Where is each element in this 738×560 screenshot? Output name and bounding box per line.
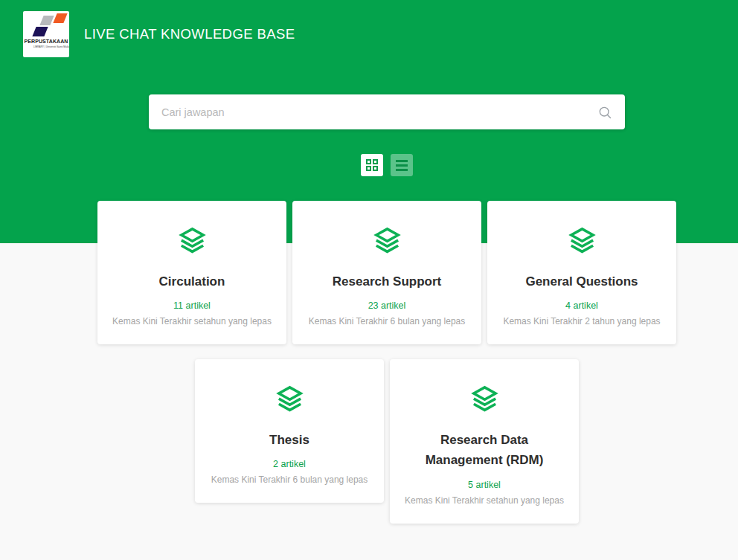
layers-icon [276, 384, 304, 412]
category-count: 4 artikel [499, 300, 664, 311]
search-input[interactable] [161, 106, 597, 118]
search-icon [597, 105, 612, 120]
layers-icon [373, 226, 401, 254]
logo-text: PERPUSTAKAAN [23, 39, 69, 44]
category-card-thesis[interactable]: Thesis 2 artikel Kemas Kini Terakhir 6 b… [195, 359, 384, 503]
category-title: Research Data Management (RDM) [402, 430, 567, 470]
layers-icon [471, 384, 498, 412]
category-card-research-support[interactable]: Research Support 23 artikel Kemas Kini T… [292, 201, 481, 344]
search-button[interactable] [597, 105, 612, 120]
header-bar: PERPUSTAKAAN LIBRARY | Universiti Sains … [0, 0, 738, 57]
category-updated: Kemas Kini Terakhir 6 bulan yang lepas [304, 316, 469, 326]
category-count: 11 artikel [109, 300, 275, 311]
grid-view-button[interactable] [361, 154, 383, 176]
logo-subtext: LIBRARY | Universiti Sains Malaysia [33, 45, 59, 48]
list-view-button[interactable] [391, 154, 413, 176]
category-count: 2 artikel [207, 459, 372, 469]
logo-gray-shape [39, 16, 54, 25]
category-updated: Kemas Kini Terakhir setahun yang lepas [109, 316, 275, 326]
search-bar [149, 94, 625, 129]
category-updated: Kemas Kini Terakhir 6 bulan yang lepas [207, 474, 372, 485]
layers-icon [568, 226, 596, 254]
category-title: General Questions [499, 271, 664, 292]
category-updated: Kemas Kini Terakhir setahun yang lepas [402, 495, 567, 506]
category-card-general-questions[interactable]: General Questions 4 artikel Kemas Kini T… [487, 201, 676, 344]
category-row-1: Circulation 11 artikel Kemas Kini Terakh… [18, 201, 738, 344]
category-card-rdm[interactable]: Research Data Management (RDM) 5 artikel… [390, 359, 579, 523]
category-count: 5 artikel [402, 480, 567, 490]
grid-view-icon [366, 159, 378, 171]
category-updated: Kemas Kini Terakhir 2 tahun yang lepas [499, 316, 664, 326]
layers-icon [179, 226, 206, 254]
category-title: Thesis [207, 430, 372, 450]
view-toggle-group [18, 154, 738, 176]
library-logo[interactable]: PERPUSTAKAAN LIBRARY | Universiti Sains … [23, 11, 69, 57]
logo-orange-shape [53, 13, 67, 23]
category-title: Circulation [109, 271, 275, 292]
category-row-2: Thesis 2 artikel Kemas Kini Terakhir 6 b… [18, 359, 738, 560]
logo-navy-shape [32, 27, 48, 36]
category-title: Research Support [304, 271, 469, 292]
page: PERPUSTAKAAN LIBRARY | Universiti Sains … [0, 0, 738, 560]
category-card-circulation[interactable]: Circulation 11 artikel Kemas Kini Terakh… [97, 201, 286, 344]
category-count: 23 artikel [304, 300, 469, 311]
list-view-icon [396, 160, 408, 171]
page-title: LIVE CHAT KNOWLEDGE BASE [84, 26, 295, 42]
